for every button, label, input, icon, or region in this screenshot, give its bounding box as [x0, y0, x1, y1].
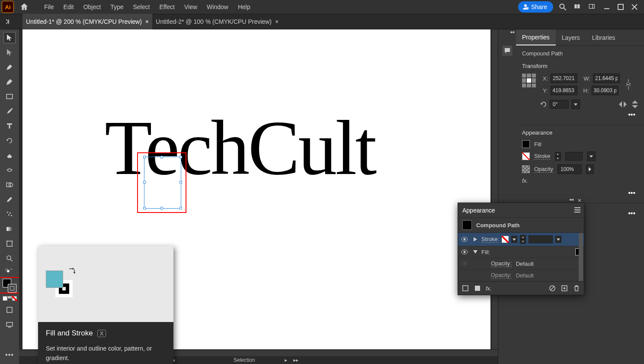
h-input[interactable]	[592, 86, 618, 95]
search-icon[interactable]	[557, 2, 568, 12]
rectangle-tool[interactable]	[3, 91, 16, 102]
collapse-indicator-icon[interactable]: ◂◂	[510, 29, 514, 34]
menu-object[interactable]: Object	[83, 3, 101, 10]
stroke-weight-input[interactable]	[565, 152, 583, 161]
ap-new-fill-icon[interactable]	[474, 284, 481, 292]
transform-more-icon[interactable]: •••	[522, 109, 638, 120]
ap-stroke-label[interactable]: Stroke:	[481, 236, 499, 243]
panel-collapse-icon[interactable]: ◂◂	[569, 197, 574, 202]
rotate-input[interactable]	[550, 100, 569, 109]
ap-stroke-weight[interactable]	[529, 235, 553, 243]
stroke-weight-stepper[interactable]: ▲▼	[555, 152, 561, 161]
nav-next-icon[interactable]: ▸	[285, 357, 287, 363]
artboard-tool[interactable]	[3, 238, 16, 249]
maximize-icon[interactable]	[615, 2, 626, 12]
fx-button[interactable]: fx.	[522, 177, 528, 184]
stroke-prop-label[interactable]: Stroke	[534, 153, 551, 160]
minimize-icon[interactable]	[602, 2, 612, 12]
ap-delete-icon[interactable]	[573, 284, 580, 292]
close-icon[interactable]	[629, 2, 640, 12]
app-logo[interactable]: Ai	[2, 1, 14, 13]
home-icon[interactable]	[16, 0, 32, 14]
rotate-dropdown[interactable]	[571, 100, 580, 109]
swap-fill-stroke-icon[interactable]	[3, 267, 16, 274]
fill-stroke-control[interactable]	[3, 279, 16, 293]
panel-menu-icon[interactable]	[574, 207, 580, 213]
menu-select[interactable]: Select	[133, 3, 150, 10]
stroke-swatch-button[interactable]	[522, 152, 530, 160]
color-mode-none[interactable]	[12, 296, 17, 301]
doctab-close-icon[interactable]: ×	[275, 18, 279, 25]
document-tab-2[interactable]: Untitled-2* @ 100 % (CMYK/CPU Preview) ×	[152, 14, 282, 29]
constrain-proportions-icon[interactable]	[625, 78, 632, 90]
visibility-toggle-icon[interactable]	[460, 261, 469, 266]
gradient-tool[interactable]	[3, 223, 16, 235]
nav-last-icon[interactable]: ▸▸	[293, 357, 298, 363]
flip-v-icon[interactable]	[632, 100, 638, 108]
opacity-input[interactable]	[557, 164, 582, 174]
visibility-toggle-icon[interactable]	[460, 237, 469, 242]
color-mode-color[interactable]	[3, 296, 7, 301]
workspace-icon[interactable]	[587, 2, 597, 12]
ap-stroke-swatch[interactable]	[502, 236, 509, 243]
shape-builder-tool[interactable]	[3, 179, 16, 190]
ap-opacity-row[interactable]: Opacity: Default	[458, 258, 584, 270]
ap-fill-label[interactable]: Fill:	[481, 249, 490, 255]
menu-edit[interactable]: Edit	[64, 3, 74, 10]
menu-view[interactable]: View	[184, 3, 197, 10]
ap-stroke-row[interactable]: Stroke: ▲▼	[458, 233, 584, 246]
tab-libraries[interactable]: Libraries	[586, 29, 622, 45]
width-tool[interactable]	[3, 164, 16, 176]
pen-tool[interactable]	[3, 61, 16, 73]
ap-opacity-label-2[interactable]: Opacity:	[491, 272, 512, 279]
scrollbar-vertical[interactable]	[492, 29, 498, 349]
eyedropper-tool[interactable]	[3, 194, 16, 205]
share-button[interactable]: Share	[518, 1, 553, 13]
w-input[interactable]	[593, 74, 620, 83]
menu-window[interactable]: Window	[207, 3, 228, 10]
tab-layers[interactable]: Layers	[556, 29, 586, 45]
type-tool[interactable]	[3, 120, 16, 132]
menu-type[interactable]: Type	[110, 3, 123, 10]
stroke-weight-dropdown[interactable]	[587, 151, 596, 161]
menu-file[interactable]: File	[44, 3, 54, 10]
expand-icon[interactable]	[472, 237, 479, 242]
expand-toolbar-icon[interactable]	[4, 19, 10, 25]
zoom-tool[interactable]	[3, 253, 16, 264]
ap-opacity-row-2[interactable]: Opacity: Default	[458, 270, 584, 281]
x-input[interactable]	[551, 74, 577, 83]
symbol-sprayer-tool[interactable]	[3, 209, 16, 220]
selection-tool[interactable]	[3, 32, 16, 43]
opacity-dropdown[interactable]	[586, 164, 594, 174]
ap-stroke-stepper[interactable]: ▲▼	[520, 235, 526, 244]
align-more-icon[interactable]: •••	[625, 208, 638, 219]
opacity-swatch[interactable]	[522, 165, 530, 173]
doctab-close-icon[interactable]: ×	[145, 18, 149, 25]
ap-clear-icon[interactable]	[548, 284, 556, 292]
ap-stroke-swatch-dropdown[interactable]	[511, 236, 517, 243]
ap-fx-button[interactable]: fx.	[486, 285, 492, 292]
menu-help[interactable]: Help	[238, 3, 250, 10]
document-tab-1[interactable]: Untitled-1* @ 200 % (CMYK/CPU Preview) ×	[22, 14, 152, 29]
y-input[interactable]	[551, 86, 577, 95]
stroke-swatch[interactable]	[8, 284, 16, 293]
direct-selection-tool[interactable]	[3, 47, 16, 58]
opacity-prop-label[interactable]: Opacity	[534, 166, 553, 173]
rotate-tool[interactable]	[3, 135, 16, 146]
draw-mode-normal[interactable]	[3, 304, 16, 316]
menu-effect[interactable]: Effect	[159, 3, 175, 10]
visibility-toggle-icon[interactable]	[460, 249, 469, 254]
tab-properties[interactable]: Properties	[516, 29, 556, 45]
curvature-tool[interactable]	[3, 76, 16, 87]
ap-new-stroke-icon[interactable]	[461, 284, 469, 292]
collapse-icon[interactable]	[472, 250, 479, 254]
ap-stroke-weight-dropdown[interactable]	[555, 236, 561, 243]
ap-duplicate-icon[interactable]	[561, 284, 568, 292]
ap-fill-row[interactable]: Fill:	[458, 246, 584, 258]
ap-opacity-label-1[interactable]: Opacity:	[491, 260, 512, 267]
fill-swatch-button[interactable]	[522, 140, 530, 148]
arrange-docs-icon[interactable]	[572, 2, 583, 12]
flip-h-icon[interactable]	[619, 101, 627, 107]
comments-panel-icon[interactable]	[502, 45, 513, 56]
screen-mode[interactable]	[3, 319, 16, 330]
